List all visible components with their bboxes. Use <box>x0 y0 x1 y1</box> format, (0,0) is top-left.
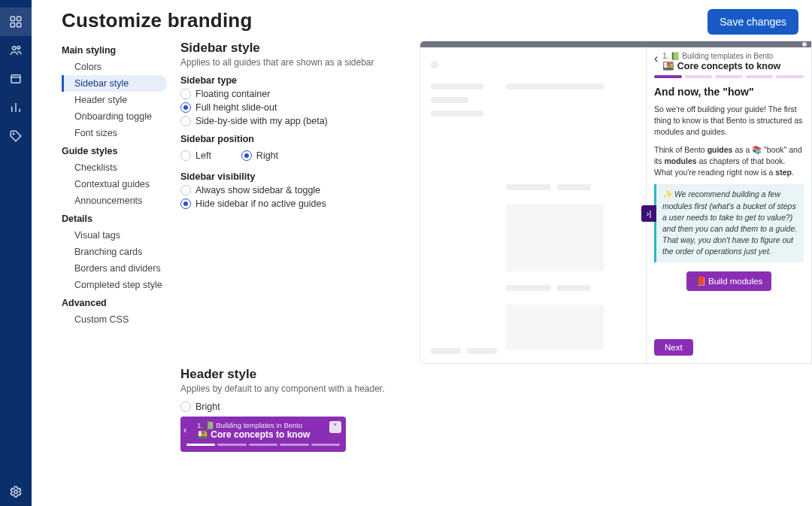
svg-point-4 <box>13 47 17 50</box>
preview-titlebar <box>420 41 811 47</box>
svg-point-5 <box>17 46 20 49</box>
radio-sidebar-vis-always[interactable]: Always show sidebar & toggle <box>180 185 406 195</box>
rail-item-dashboard[interactable] <box>0 8 32 36</box>
rail-item-tags[interactable] <box>0 122 32 150</box>
header-style-preview-card: ‹ ˅ 1. 📗 Building templates in Bento 🍱 C… <box>180 417 346 452</box>
nav-item-completed-step-style[interactable]: Completed step style <box>62 277 167 293</box>
radio-sidebar-type-floating[interactable]: Floating container <box>180 89 406 99</box>
nav-group-main-styling: Main styling <box>62 45 167 56</box>
grid-icon <box>9 15 23 29</box>
radio-sidebar-type-full-height[interactable]: Full height slide-out <box>180 102 406 113</box>
save-button[interactable]: Save changes <box>707 9 798 35</box>
section-nav: Main styling Colors Sidebar style Header… <box>62 41 167 506</box>
nav-item-sidebar-style[interactable]: Sidebar style <box>62 75 167 92</box>
section-sub-sidebar-style: Applies to all guides that are shown as … <box>180 57 406 68</box>
radio-sidebar-vis-hide[interactable]: Hide sidebar if no active guides <box>180 198 406 209</box>
rail-item-settings[interactable] <box>0 477 32 506</box>
rail-item-analytics[interactable] <box>0 93 32 122</box>
section-heading-header-style: Header style <box>180 367 406 382</box>
gear-icon <box>9 485 23 498</box>
users-icon <box>9 44 23 57</box>
preview-back-icon[interactable]: ‹ <box>654 52 658 65</box>
radio-sidebar-pos-right[interactable]: Right <box>241 150 278 161</box>
preview-sidebar: ‹ 1. 📗 Building templates in Bento 🍱 Cor… <box>646 47 811 363</box>
form-column: Sidebar style Applies to all guides that… <box>180 41 406 506</box>
radio-sidebar-type-side-by-side[interactable]: Side-by-side with my app (beta) <box>180 116 406 126</box>
preview-window: ›| ‹ 1. 📗 Building templates in Bento 🍱 … <box>420 41 812 364</box>
preview-paragraph-1: So we're off building your guide! The fi… <box>654 104 804 138</box>
preview-heading: And now, the "how" <box>654 86 804 98</box>
nav-group-details: Details <box>62 214 167 224</box>
preview-app-skeleton <box>420 47 646 363</box>
nav-group-advanced: Advanced <box>62 298 167 308</box>
svg-rect-1 <box>17 17 21 20</box>
next-button[interactable]: Next <box>654 339 693 356</box>
nav-item-visual-tags[interactable]: Visual tags <box>62 227 167 244</box>
tag-icon <box>9 129 23 143</box>
field-sidebar-visibility: Sidebar visibility <box>180 171 406 182</box>
rail-item-users[interactable] <box>0 36 32 65</box>
mini-progress <box>186 444 340 446</box>
svg-rect-3 <box>17 23 21 27</box>
page-title: Customize branding <box>62 9 253 32</box>
main: Customize branding Save changes Main sty… <box>32 0 812 506</box>
nav-item-branching-cards[interactable]: Branching cards <box>62 244 167 260</box>
preview-paragraph-2: Think of Bento guides as a 📚 "book" and … <box>654 144 804 179</box>
app-rail <box>0 0 32 506</box>
svg-point-7 <box>13 133 14 135</box>
library-icon <box>9 72 23 86</box>
header-row: Customize branding Save changes <box>32 0 812 41</box>
section-sub-header-style: Applies by default to any component with… <box>180 383 406 394</box>
chevron-left-icon[interactable]: ‹ <box>183 424 186 435</box>
mini-breadcrumb: 1. 📗 Building templates in Bento <box>197 421 340 429</box>
nav-item-font-sizes[interactable]: Font sizes <box>62 125 167 141</box>
nav-item-announcements[interactable]: Announcements <box>62 192 167 209</box>
svg-point-8 <box>14 490 18 494</box>
nav-item-checklists[interactable]: Checklists <box>62 159 167 176</box>
nav-item-contextual-guides[interactable]: Contextual guides <box>62 176 167 192</box>
analytics-icon <box>9 101 23 114</box>
field-sidebar-type: Sidebar type <box>180 75 406 86</box>
preview-progress <box>654 75 804 78</box>
nav-group-guide-styles: Guide styles <box>62 146 167 156</box>
svg-rect-6 <box>11 75 20 83</box>
field-sidebar-position: Sidebar position <box>180 134 406 144</box>
svg-rect-2 <box>11 23 14 27</box>
sidebar-toggle-tab[interactable]: ›| <box>641 205 656 222</box>
mini-title: 🍱 Core concepts to know <box>197 429 340 440</box>
nav-item-borders-dividers[interactable]: Borders and dividers <box>62 260 167 277</box>
nav-item-header-style[interactable]: Header style <box>62 92 167 108</box>
window-dot-icon <box>802 42 807 47</box>
nav-item-custom-css[interactable]: Custom CSS <box>62 311 167 328</box>
svg-rect-0 <box>11 17 14 20</box>
radio-header-style-bright[interactable]: Bright <box>180 401 406 412</box>
preview-breadcrumb: 1. 📗 Building templates in Bento <box>662 52 780 60</box>
rail-item-library[interactable] <box>0 65 32 93</box>
preview-callout: ✨ We recommend building a few modules fi… <box>654 184 804 262</box>
nav-item-onboarding-toggle[interactable]: Onboarding toggle <box>62 108 167 125</box>
preview-title: 🍱 Core concepts to know <box>662 60 780 71</box>
section-heading-sidebar-style: Sidebar style <box>180 41 406 56</box>
radio-sidebar-pos-left[interactable]: Left <box>180 150 211 161</box>
build-modules-button[interactable]: 📕 Build modules <box>686 271 771 291</box>
nav-item-colors[interactable]: Colors <box>62 59 167 75</box>
